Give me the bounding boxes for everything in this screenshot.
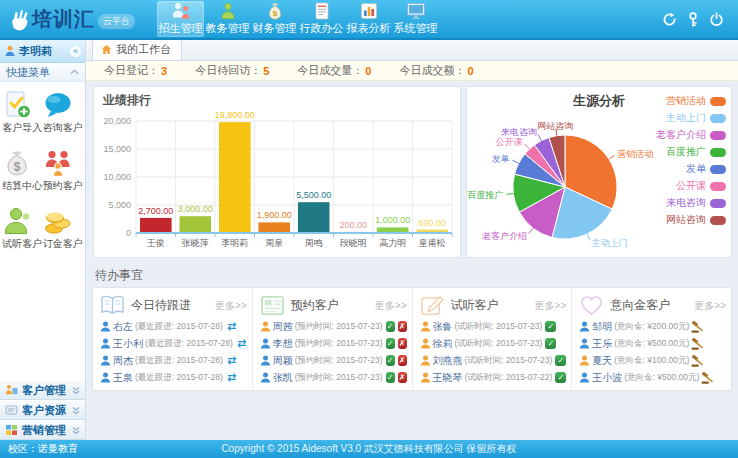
quick-menu-header[interactable]: 快捷菜单 [0, 63, 85, 82]
todo-item-detail: (意向金: ¥500.00元) [614, 338, 689, 350]
svg-text:3,000.00: 3,000.00 [178, 204, 213, 214]
quick-item-customer-import[interactable]: 客户导入 [2, 90, 43, 135]
todo-item[interactable]: 徐莉(试听时间: 2015-07-23)✓ [420, 335, 567, 352]
todo-item[interactable]: 张凯(预约时间: 2015-07-23)✓✗ [260, 369, 407, 386]
chat-icon [43, 90, 84, 120]
cancel-icon[interactable]: ✗ [398, 321, 407, 332]
todo-item[interactable]: 王晓琴(试听时间: 2015-07-22)✓ [420, 369, 567, 386]
todo-item[interactable]: 周杰(最近跟进: 2015-07-28)⇄ [100, 352, 247, 369]
confirm-icon[interactable]: ✓ [545, 321, 556, 332]
confirm-icon[interactable]: ✓ [386, 355, 395, 366]
cancel-icon[interactable]: ✗ [398, 355, 407, 366]
svg-text:王俊: 王俊 [147, 238, 165, 248]
nav-item-finance[interactable]: $财务管理 [251, 1, 298, 37]
sidebar-panel-customer-mgmt[interactable]: 客户管理 [0, 380, 85, 400]
todo-item-detail: (最近跟进: 2015-07-28) [135, 321, 223, 333]
stat-label: 今日成交量： [297, 63, 363, 78]
quick-item-appointment-customer[interactable]: 预约客户 [43, 148, 84, 193]
quick-item-trial-customer[interactable]: 试听客户 [2, 206, 43, 251]
more-link[interactable]: 更多>> [215, 299, 247, 313]
todo-item[interactable]: 张鲁(试听时间: 2015-07-23)✓ [420, 318, 567, 335]
todo-item[interactable]: 王小利(最近跟进: 2015-07-28)⇄ [100, 335, 247, 352]
sidebar-panel-customer-res[interactable]: 客户资源 [0, 400, 85, 420]
todo-item[interactable]: 右左(最近跟进: 2015-07-28)⇄ [100, 318, 247, 335]
sidebar-collapse-icon[interactable]: « [70, 46, 81, 57]
legend-item[interactable]: 来电咨询 [666, 196, 726, 210]
todo-item[interactable]: 夏天(意向金: ¥100.00元) [579, 352, 726, 369]
bar-chart-svg: 05,00010,00015,00020,0002,700.00王俊3,000.… [96, 105, 460, 256]
trial-icon [2, 206, 43, 236]
gavel-icon[interactable] [691, 321, 704, 333]
top-header: 培训汇 云平台 招生管理教务管理$财务管理行政办公报表分析系统管理 [0, 0, 738, 40]
cancel-icon[interactable]: ✗ [398, 372, 407, 383]
svg-text:主动上门: 主动上门 [591, 238, 627, 248]
document-icon [314, 2, 330, 20]
legend-item[interactable]: 营销活动 [666, 94, 726, 108]
todo-item[interactable]: 周茜(预约时间: 2015-07-23)✓✗ [260, 318, 407, 335]
transfer-icon[interactable]: ⇄ [237, 337, 246, 350]
card-icon [260, 294, 285, 317]
confirm-icon[interactable]: ✓ [555, 355, 566, 366]
nav-item-office[interactable]: 行政办公 [298, 1, 345, 37]
confirm-icon[interactable]: ✓ [386, 321, 395, 332]
todo-item[interactable]: 李想(预约时间: 2015-07-23)✓✗ [260, 335, 407, 352]
gavel-icon[interactable] [691, 338, 704, 350]
more-link[interactable]: 更多>> [375, 299, 407, 313]
password-button[interactable] [688, 12, 698, 27]
legend-item[interactable]: 发单 [686, 162, 726, 176]
quick-item-consult-customer[interactable]: 咨询客户 [43, 90, 84, 135]
nav-item-system[interactable]: 系统管理 [392, 1, 439, 37]
todo-item-detail: (预约时间: 2015-07-23) [295, 355, 383, 367]
todo-item[interactable]: 刘燕燕(试听时间: 2015-07-23)✓ [420, 352, 567, 369]
legend-item[interactable]: 老客户介绍 [656, 128, 726, 142]
gavel-icon[interactable] [701, 372, 714, 384]
sidebar-panel-label: 客户资源 [22, 403, 66, 418]
transfer-icon[interactable]: ⇄ [227, 371, 236, 384]
gavel-icon[interactable] [691, 355, 704, 367]
cancel-icon[interactable]: ✗ [398, 338, 407, 349]
todo-item[interactable]: 王乐(意向金: ¥500.00元) [579, 335, 726, 352]
more-link[interactable]: 更多>> [535, 299, 567, 313]
todo-item[interactable]: 邹明(意向金: ¥200.00元) [579, 318, 726, 335]
quick-menu-title: 快捷菜单 [6, 65, 50, 80]
legend-item[interactable]: 公开课 [676, 179, 726, 193]
appointment-icon [43, 148, 84, 178]
tab-workbench[interactable]: 我的工作台 [92, 40, 182, 60]
todo-item[interactable]: 王小波(意向金: ¥500.00元) [579, 369, 726, 386]
todo-column-header: 今日待跟进更多>> [100, 293, 247, 318]
transfer-icon[interactable]: ⇄ [227, 354, 236, 367]
more-link[interactable]: 更多>> [694, 299, 726, 313]
legend-label: 主动上门 [666, 111, 706, 125]
confirm-icon[interactable]: ✓ [545, 338, 556, 349]
todo-item-detail: (试听时间: 2015-07-23) [455, 321, 543, 333]
nav-item-academic[interactable]: 教务管理 [204, 1, 251, 37]
todo-item[interactable]: 周颖(预约时间: 2015-07-23)✓✗ [260, 352, 407, 369]
todo-column-title: 试听客户 [451, 297, 499, 314]
confirm-icon[interactable]: ✓ [386, 338, 395, 349]
transfer-icon[interactable]: ⇄ [227, 320, 236, 333]
sidebar-panel-marketing-mgmt[interactable]: 营销管理 [0, 420, 85, 440]
confirm-icon[interactable]: ✓ [555, 372, 566, 383]
todo-item-name: 李想 [273, 337, 293, 351]
quick-item-settlement-center[interactable]: $结算中心 [2, 148, 43, 193]
svg-text:$: $ [14, 160, 21, 174]
legend-item[interactable]: 百度推广 [666, 145, 726, 159]
quick-item-deposit-customer[interactable]: 订金客户 [43, 206, 84, 251]
confirm-icon[interactable]: ✓ [386, 372, 395, 383]
refresh-button[interactable] [662, 12, 677, 27]
nav-item-label: 招生管理 [159, 21, 203, 36]
stat-value: 5 [263, 65, 269, 77]
logout-button[interactable] [709, 12, 724, 27]
footer: 校区：诺曼教育 Copyright © 2015 Aidesoft V3.0 武… [0, 440, 738, 458]
svg-text:皇甫松: 皇甫松 [419, 238, 446, 248]
todo-item[interactable]: 王泉(最近跟进: 2015-07-28)⇄ [100, 369, 247, 386]
legend-item[interactable]: 网站咨询 [666, 213, 726, 227]
marketing-icon [5, 424, 18, 436]
svg-text:周泉: 周泉 [265, 238, 283, 248]
sidebar-user-bar: 李明莉 « [0, 40, 85, 63]
legend-label: 百度推广 [666, 145, 706, 159]
nav-item-report[interactable]: 报表分析 [345, 1, 392, 37]
nav-item-label: 报表分析 [347, 21, 391, 36]
legend-item[interactable]: 主动上门 [666, 111, 726, 125]
nav-item-admissions[interactable]: 招生管理 [157, 1, 204, 37]
